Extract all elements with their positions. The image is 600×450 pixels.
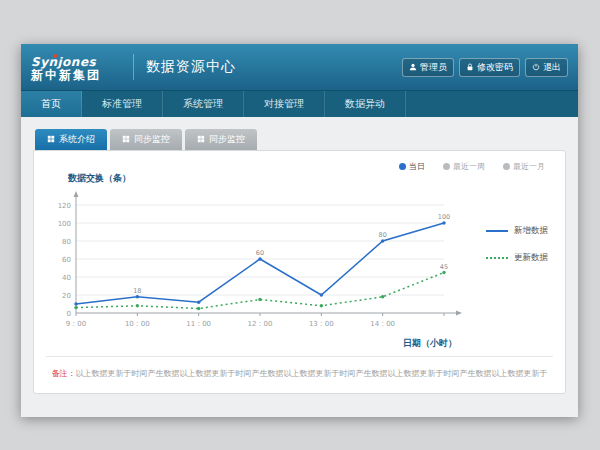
filter-label: 最近一周 [453, 161, 485, 172]
nav-item-data-change[interactable]: 数据异动 [325, 91, 406, 117]
svg-text:9：00: 9：00 [66, 320, 86, 328]
grid-icon [197, 135, 205, 145]
filter-today[interactable]: 当日 [399, 161, 425, 172]
tab-system-intro[interactable]: 系统介绍 [35, 129, 107, 150]
tab-label: 同步监控 [134, 133, 170, 146]
svg-text:20: 20 [62, 292, 71, 300]
tab-sync-monitor-2[interactable]: 同步监控 [185, 129, 257, 150]
user-icon [409, 63, 417, 71]
logout-button[interactable]: 退出 [525, 58, 568, 77]
filter-label: 最近一月 [513, 161, 545, 172]
dotted-line-icon [486, 257, 508, 259]
header-divider [133, 54, 134, 80]
filter-last-month[interactable]: 最近一月 [503, 161, 545, 172]
svg-text:13：00: 13：00 [309, 320, 334, 328]
series-label: 新增数据 [514, 225, 548, 237]
grid-icon [122, 135, 130, 145]
main-nav: 首页 标准管理 系统管理 对接管理 数据异动 [21, 90, 578, 117]
legend-dot-icon [443, 163, 450, 170]
line-chart: 0204060801001209：0010：0011：0012：0013：001… [46, 187, 484, 345]
change-password-button[interactable]: 修改密码 [459, 58, 520, 77]
chart-card: 当日 最近一周 最近一月 数据交换（条） 0204060801001209：00… [33, 150, 566, 394]
chart-row: 0204060801001209：0010：0011：0012：0013：001… [46, 187, 553, 345]
svg-text:80: 80 [379, 231, 387, 239]
admin-button[interactable]: 管理员 [402, 58, 454, 77]
app-title: 数据资源中心 [146, 58, 236, 76]
svg-text:0: 0 [67, 310, 71, 318]
footnote-prefix: 备注： [52, 369, 76, 378]
tab-label: 同步监控 [209, 133, 245, 146]
logout-icon [532, 63, 540, 71]
series-label: 更新数据 [514, 252, 548, 264]
nav-item-standard-management[interactable]: 标准管理 [82, 91, 163, 117]
lock-icon [466, 63, 474, 71]
legend-item-updated-data[interactable]: 更新数据 [486, 252, 548, 264]
solid-line-icon [486, 230, 508, 232]
svg-text:11：00: 11：00 [186, 320, 211, 328]
grid-icon [47, 135, 55, 145]
app-window: Synjones 新中新集团 数据资源中心 管理员 修改密码 退出 首页 标准管… [21, 44, 578, 416]
nav-item-system-management[interactable]: 系统管理 [163, 91, 244, 117]
svg-text:40: 40 [62, 274, 71, 282]
nav-item-home[interactable]: 首页 [21, 91, 82, 117]
logout-label: 退出 [543, 61, 561, 74]
admin-button-label: 管理员 [420, 61, 447, 74]
svg-text:10：00: 10：00 [125, 320, 150, 328]
brand-logo: Synjones 新中新集团 [31, 52, 131, 83]
svg-text:12：00: 12：00 [248, 320, 273, 328]
svg-text:100: 100 [438, 213, 450, 221]
svg-text:120: 120 [58, 202, 71, 210]
footnote-text: 以上数据更新于时间产生数据以上数据更新于时间产生数据以上数据更新于时间产生数据以… [76, 369, 548, 378]
time-filter-legend: 当日 最近一周 最近一月 [46, 159, 553, 172]
change-password-label: 修改密码 [477, 61, 513, 74]
svg-text:18: 18 [133, 287, 141, 295]
footnote: 备注：以上数据更新于时间产生数据以上数据更新于时间产生数据以上数据更新于时间产生… [46, 356, 553, 385]
y-axis-title: 数据交换（条） [68, 172, 553, 185]
tab-bar: 系统介绍 同步监控 同步监控 [33, 129, 566, 150]
series-legend: 新增数据 更新数据 [486, 187, 548, 279]
filter-last-week[interactable]: 最近一周 [443, 161, 485, 172]
app-header: Synjones 新中新集团 数据资源中心 管理员 修改密码 退出 [21, 44, 578, 90]
nav-item-interface-management[interactable]: 对接管理 [244, 91, 325, 117]
svg-text:14：00: 14：00 [370, 320, 395, 328]
svg-text:45: 45 [440, 263, 448, 271]
tab-label: 系统介绍 [59, 133, 95, 146]
company-name: 新中新集团 [31, 69, 131, 82]
svg-text:80: 80 [62, 238, 71, 246]
logo-text: Synjones [31, 56, 96, 69]
content-area: 系统介绍 同步监控 同步监控 当日 最近一周 [21, 117, 578, 417]
svg-text:60: 60 [62, 256, 71, 264]
legend-dot-icon [503, 163, 510, 170]
logo-red-dot-icon [53, 54, 57, 58]
x-axis-title: 日期（小时） [46, 337, 553, 350]
tab-sync-monitor-1[interactable]: 同步监控 [110, 129, 182, 150]
legend-item-new-data[interactable]: 新增数据 [486, 225, 548, 237]
legend-dot-icon [399, 163, 406, 170]
filter-label: 当日 [409, 161, 425, 172]
svg-text:60: 60 [256, 249, 264, 257]
svg-text:100: 100 [58, 220, 71, 228]
